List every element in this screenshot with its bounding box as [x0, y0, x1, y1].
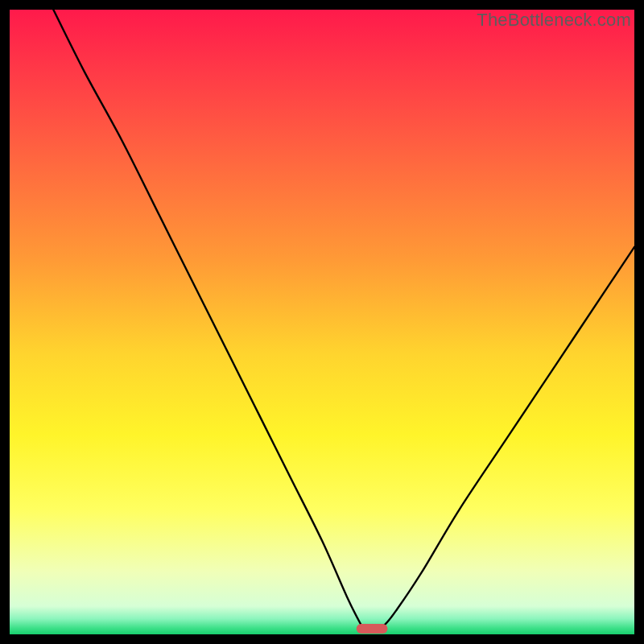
chart-svg	[10, 10, 634, 634]
watermark-text: TheBottleneck.com	[477, 10, 631, 31]
chart-frame: TheBottleneck.com	[10, 10, 634, 634]
optimal-marker	[357, 624, 388, 634]
